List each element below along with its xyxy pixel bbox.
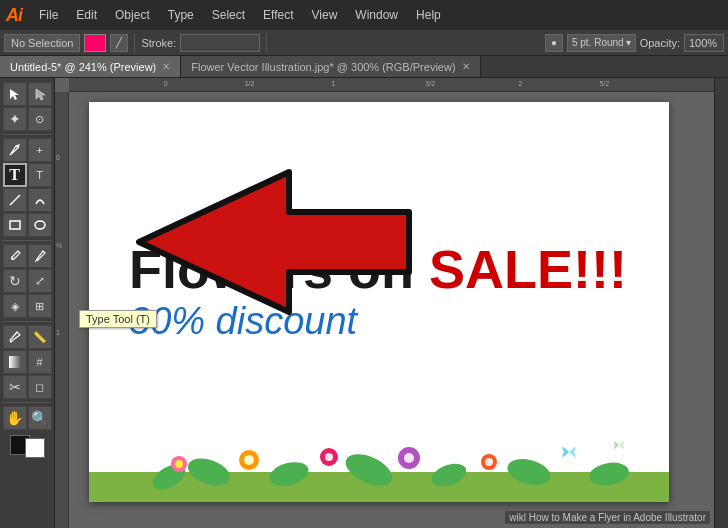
tool-row-scissors: ✂ ◻ bbox=[2, 375, 52, 399]
toolbar-separator-1 bbox=[134, 33, 135, 53]
tool-row-line bbox=[2, 188, 52, 212]
svg-point-20 bbox=[325, 453, 333, 461]
tab-untitled[interactable]: Untitled-5* @ 241% (Preview) ✕ bbox=[0, 56, 181, 77]
stroke-value-field[interactable] bbox=[180, 34, 260, 52]
tab-close-untitled[interactable]: ✕ bbox=[162, 61, 170, 72]
toolbar-separator-2 bbox=[266, 33, 267, 53]
canvas-area: 0 1/2 1 3/2 2 5/2 0 ½ 1 Flowers on bbox=[55, 78, 714, 528]
fill-none-icon[interactable]: ╱ bbox=[110, 34, 128, 52]
selection-tool[interactable] bbox=[3, 82, 27, 106]
tools-divider-4 bbox=[2, 402, 52, 403]
tools-divider-1 bbox=[2, 134, 52, 135]
tool-row-selection bbox=[2, 82, 52, 106]
svg-rect-6 bbox=[9, 356, 21, 368]
opacity-field[interactable]: 100% bbox=[684, 34, 724, 52]
lasso-tool[interactable]: ⊙ bbox=[28, 107, 52, 131]
tab-flower[interactable]: Flower Vector Illustration.jpg* @ 300% (… bbox=[181, 56, 480, 77]
tool-row-magic: ✦ ⊙ bbox=[2, 107, 52, 131]
add-anchor-tool[interactable]: + bbox=[28, 138, 52, 162]
tool-row-rect bbox=[2, 213, 52, 237]
arc-tool[interactable] bbox=[28, 188, 52, 212]
title-bar: Ai File Edit Object Type Select Effect V… bbox=[0, 0, 728, 30]
blend-tool[interactable]: ◈ bbox=[3, 294, 27, 318]
brush-options-icon[interactable]: ● bbox=[545, 34, 563, 52]
menu-help[interactable]: Help bbox=[411, 6, 446, 24]
floral-decoration bbox=[89, 422, 669, 502]
tool-row-pen: + bbox=[2, 138, 52, 162]
eyedropper-tool[interactable] bbox=[3, 325, 27, 349]
opacity-label: Opacity: bbox=[640, 37, 680, 49]
live-paint-tool[interactable]: ⊞ bbox=[28, 294, 52, 318]
paintbrush-tool[interactable] bbox=[3, 244, 27, 268]
svg-rect-4 bbox=[10, 221, 20, 229]
tools-panel: ✦ ⊙ + T T bbox=[0, 78, 55, 528]
type-tool[interactable]: T bbox=[3, 163, 27, 187]
svg-point-22 bbox=[404, 453, 414, 463]
magic-wand-tool[interactable]: ✦ bbox=[3, 107, 27, 131]
measure-tool[interactable]: 📏 bbox=[28, 325, 52, 349]
main-area: ✦ ⊙ + T T bbox=[0, 78, 728, 528]
scissors-tool[interactable]: ✂ bbox=[3, 375, 27, 399]
hand-tool[interactable]: ✋ bbox=[3, 406, 27, 430]
area-type-tool[interactable]: T bbox=[28, 163, 52, 187]
watermark: wikl How to Make a Flyer in Adobe Illust… bbox=[505, 511, 710, 524]
pencil-tool[interactable] bbox=[28, 244, 52, 268]
color-swatches bbox=[2, 435, 52, 458]
horizontal-ruler: 0 1/2 1 3/2 2 5/2 bbox=[69, 78, 714, 92]
vertical-ruler: 0 ½ 1 bbox=[55, 92, 69, 528]
zoom-tool[interactable]: 🔍 bbox=[28, 406, 52, 430]
tab-close-flower[interactable]: ✕ bbox=[462, 61, 470, 72]
rectangle-tool[interactable] bbox=[3, 213, 27, 237]
menu-select[interactable]: Select bbox=[207, 6, 250, 24]
line-tool[interactable] bbox=[3, 188, 27, 212]
right-scroll-panel[interactable] bbox=[714, 78, 728, 528]
fill-color-swatch[interactable] bbox=[84, 34, 106, 52]
canvas-with-vruler: 0 ½ 1 Flowers on SALE!!! 30% discount bbox=[55, 92, 714, 528]
tool-row-brush bbox=[2, 244, 52, 268]
eraser-tool[interactable]: ◻ bbox=[28, 375, 52, 399]
menu-file[interactable]: File bbox=[34, 6, 63, 24]
tools-divider-2 bbox=[2, 240, 52, 241]
gradient-tool[interactable] bbox=[3, 350, 27, 374]
menu-edit[interactable]: Edit bbox=[71, 6, 102, 24]
menu-type[interactable]: Type bbox=[163, 6, 199, 24]
tools-divider-3 bbox=[2, 321, 52, 322]
ellipse-tool[interactable] bbox=[28, 213, 52, 237]
no-selection-label: No Selection bbox=[4, 34, 80, 52]
menu-window[interactable]: Window bbox=[350, 6, 403, 24]
tool-row-type: T T bbox=[2, 163, 52, 187]
direct-selection-tool[interactable] bbox=[28, 82, 52, 106]
svg-marker-1 bbox=[36, 89, 45, 100]
menu-object[interactable]: Object bbox=[110, 6, 155, 24]
tool-row-eyedropper: 📏 bbox=[2, 325, 52, 349]
canvas-content[interactable]: Flowers on SALE!!! 30% discount bbox=[69, 92, 714, 528]
weight-dropdown[interactable]: 5 pt. Round ▾ bbox=[567, 34, 636, 52]
control-toolbar: No Selection ╱ Stroke: ● 5 pt. Round ▾ O… bbox=[0, 30, 728, 56]
svg-marker-0 bbox=[10, 89, 19, 100]
svg-marker-25 bbox=[139, 172, 409, 312]
menu-effect[interactable]: Effect bbox=[258, 6, 298, 24]
scale-tool[interactable]: ⤢ bbox=[28, 269, 52, 293]
menu-view[interactable]: View bbox=[307, 6, 343, 24]
background-color[interactable] bbox=[25, 438, 45, 458]
big-red-arrow bbox=[129, 152, 429, 332]
svg-point-5 bbox=[35, 221, 45, 229]
svg-point-18 bbox=[244, 455, 254, 465]
svg-line-3 bbox=[10, 195, 20, 205]
stroke-label: Stroke: bbox=[141, 37, 176, 49]
mesh-tool[interactable]: # bbox=[28, 350, 52, 374]
sale-text: SALE!!! bbox=[429, 239, 627, 299]
tool-row-gradient: # bbox=[2, 350, 52, 374]
tool-row-rotate: ↻ ⤢ bbox=[2, 269, 52, 293]
tab-bar: Untitled-5* @ 241% (Preview) ✕ Flower Ve… bbox=[0, 56, 728, 78]
tooltip: Type Tool (T) bbox=[79, 310, 157, 328]
tool-row-hand: ✋ 🔍 bbox=[2, 406, 52, 430]
rotate-tool[interactable]: ↻ bbox=[3, 269, 27, 293]
toolbar-right: ● 5 pt. Round ▾ Opacity: 100% bbox=[545, 34, 724, 52]
pen-tool[interactable] bbox=[3, 138, 27, 162]
ai-logo: Ai bbox=[6, 5, 22, 26]
svg-point-24 bbox=[485, 458, 493, 466]
svg-point-16 bbox=[175, 460, 183, 468]
tool-row-blend: ◈ ⊞ bbox=[2, 294, 52, 318]
